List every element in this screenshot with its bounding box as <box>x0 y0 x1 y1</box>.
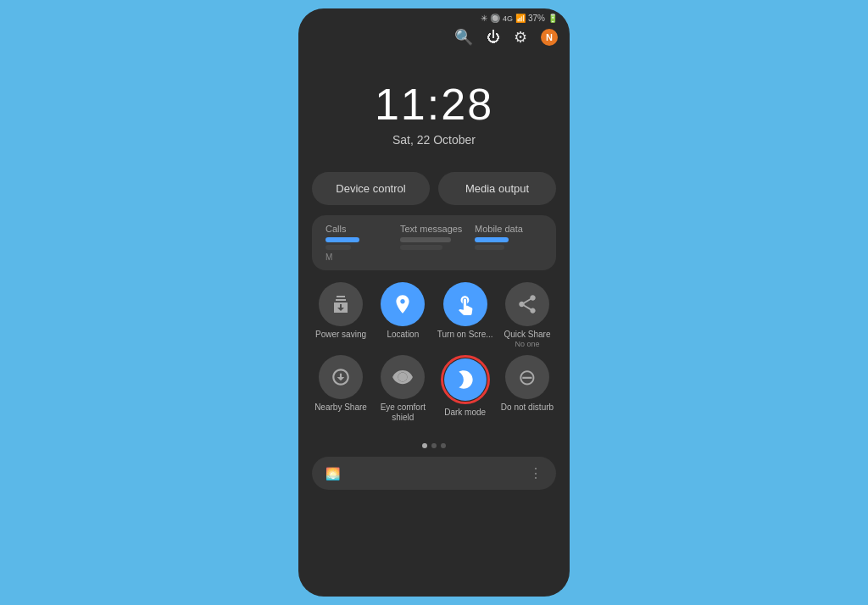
clock-area: 11:28 Sat, 22 October <box>298 53 570 172</box>
search-icon[interactable]: 🔍 <box>454 28 473 47</box>
do-not-disturb-icon[interactable]: ⊖ <box>505 355 549 399</box>
message-shortcuts: Calls M Text messages Mobile data <box>312 215 556 270</box>
media-output-button[interactable]: Media output <box>438 172 556 205</box>
calls-shortcut[interactable]: Calls M <box>322 224 397 262</box>
notification-badge: N <box>541 29 558 46</box>
signal-icon: 4G <box>503 14 513 23</box>
battery-icon: 🔋 <box>548 14 558 23</box>
svg-point-0 <box>398 373 408 382</box>
dark-mode-outer-ring[interactable] <box>441 355 490 404</box>
tiles-row-2: Nearby Share Eye comfort shield <box>312 355 556 423</box>
sun-icon: ✳ <box>481 14 487 23</box>
location-label: Location <box>387 330 419 340</box>
battery-level: 37% <box>528 14 545 23</box>
quick-share-label: Quick Share <box>504 330 550 340</box>
nearby-share-label: Nearby Share <box>314 402 367 413</box>
dark-mode-label: Dark mode <box>444 408 486 418</box>
texts-label: Text messages <box>400 224 462 234</box>
mobile-bar <box>475 237 509 242</box>
quick-share-icon[interactable] <box>505 282 549 326</box>
message-row: Calls M Text messages Mobile data <box>322 224 546 262</box>
do-not-disturb-label: Do not disturb <box>501 402 554 413</box>
bars-icon: 📶 <box>515 14 526 23</box>
location-icon[interactable] <box>381 282 425 326</box>
status-bar: ✳ 🔘 4G 📶 37% 🔋 <box>298 8 570 25</box>
texts-bar2 <box>400 245 442 250</box>
status-icons: ✳ 🔘 4G 📶 37% 🔋 <box>481 14 558 23</box>
tiles-row-1: Power saving Location Turn on Scre... <box>312 282 556 348</box>
search-menu-icon[interactable]: ⋮ <box>529 465 542 481</box>
eye-comfort-icon[interactable] <box>381 355 425 399</box>
tile-do-not-disturb[interactable]: ⊖ Do not disturb <box>498 355 556 423</box>
action-bar: 🔍 ⏻ ⚙ N <box>298 25 570 53</box>
mobile-label: Mobile data <box>475 224 523 234</box>
calls-label: Calls <box>326 224 346 234</box>
quick-share-sublabel: No one <box>515 340 539 348</box>
settings-icon[interactable]: ⚙ <box>514 28 527 47</box>
mobile-data-shortcut[interactable]: Mobile data <box>471 224 546 262</box>
eye-comfort-label: Eye comfort shield <box>374 402 431 423</box>
texts-bar <box>400 237 451 242</box>
calls-indicator: M <box>326 253 332 262</box>
turn-on-screen-label: Turn on Scre... <box>437 330 493 340</box>
dark-mode-wrapper <box>441 355 490 404</box>
page-dots <box>298 436 570 457</box>
texts-shortcut[interactable]: Text messages <box>397 224 471 262</box>
quick-actions: Device control Media output <box>298 172 570 215</box>
tile-location[interactable]: Location <box>374 282 431 348</box>
wifi-icon: 🔘 <box>490 14 500 23</box>
tile-power-saving[interactable]: Power saving <box>312 282 370 348</box>
dot-2 <box>431 443 437 448</box>
phone-screen: ✳ 🔘 4G 📶 37% 🔋 🔍 ⏻ ⚙ N 11:28 Sat, 22 Oct… <box>298 8 570 597</box>
calls-bar <box>326 237 359 242</box>
nearby-share-icon[interactable] <box>319 355 363 399</box>
power-saving-icon[interactable] <box>319 282 363 326</box>
clock-time: 11:28 <box>375 79 493 130</box>
tile-nearby-share[interactable]: Nearby Share <box>312 355 370 423</box>
clock-date: Sat, 22 October <box>392 133 476 147</box>
calls-bar2 <box>326 245 351 250</box>
tile-turn-on-screen[interactable]: Turn on Scre... <box>437 282 494 348</box>
power-saving-label: Power saving <box>315 330 366 340</box>
tile-quick-share[interactable]: Quick Share No one <box>498 282 556 348</box>
tile-dark-mode[interactable]: Dark mode <box>437 355 494 423</box>
turn-on-screen-icon[interactable] <box>443 282 487 326</box>
dot-1 <box>422 443 427 448</box>
dot-3 <box>441 443 446 448</box>
mobile-bar2 <box>475 245 504 250</box>
dark-mode-icon[interactable] <box>444 358 487 401</box>
tile-eye-comfort[interactable]: Eye comfort shield <box>374 355 431 423</box>
search-bar[interactable]: 🌅 ⋮ <box>312 457 556 490</box>
power-icon[interactable]: ⏻ <box>487 30 500 45</box>
menu-icon[interactable]: N <box>541 29 558 46</box>
search-sun-icon: 🌅 <box>326 467 340 480</box>
device-control-button[interactable]: Device control <box>312 172 430 205</box>
quick-tiles: Power saving Location Turn on Scre... <box>298 282 570 436</box>
